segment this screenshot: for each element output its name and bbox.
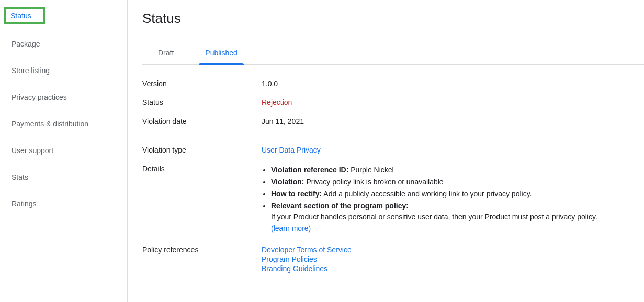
tab-published[interactable]: Published [189, 41, 253, 64]
row-details: Details Violation reference ID: Purple N… [142, 165, 644, 235]
sidebar-item-package[interactable]: Package [4, 33, 127, 54]
link-program-policies[interactable]: Program Policies [262, 255, 317, 263]
detail-section-label: Relevant section of the program policy: [271, 202, 409, 210]
label-violation-type: Violation type [142, 146, 262, 154]
page-title: Status [142, 10, 644, 27]
link-learn-more[interactable]: (learn more) [271, 224, 311, 233]
sidebar-item-label: Stats [12, 173, 28, 181]
sidebar-item-label: Privacy practices [12, 93, 67, 101]
label-version: Version [142, 79, 262, 88]
detail-ref-id-value: Purple Nickel [348, 166, 393, 174]
row-status: Status Rejection [142, 98, 644, 107]
detail-ref-id-label: Violation reference ID: [271, 166, 348, 174]
label-status: Status [142, 98, 262, 107]
value-policy-references: Developer Terms of Service Program Polic… [262, 246, 644, 274]
sidebar-item-label: User support [12, 146, 53, 155]
value-details: Violation reference ID: Purple Nickel Vi… [262, 165, 644, 235]
sidebar-item-label: Status [10, 11, 31, 20]
value-status: Rejection [262, 98, 644, 107]
label-details: Details [142, 165, 262, 173]
divider [262, 136, 634, 136]
link-branding-guidelines[interactable]: Branding Guidelines [262, 264, 327, 273]
sidebar: Status Package Store listing Privacy pra… [0, 0, 128, 302]
row-version: Version 1.0.0 [142, 79, 644, 88]
detail-ref-id: Violation reference ID: Purple Nickel [271, 165, 634, 176]
row-violation-date: Violation date Jun 11, 2021 [142, 117, 644, 125]
label-policy-references: Policy references [142, 246, 262, 254]
sidebar-item-stats[interactable]: Stats [4, 167, 127, 188]
link-developer-tos[interactable]: Developer Terms of Service [262, 246, 352, 254]
detail-violation-label: Violation: [271, 178, 304, 186]
sidebar-item-ratings[interactable]: Ratings [4, 193, 127, 214]
label-violation-date: Violation date [142, 117, 262, 125]
detail-violation: Violation: Privacy policy link is broken… [271, 177, 634, 188]
sidebar-item-privacy-practices[interactable]: Privacy practices [4, 87, 127, 108]
value-version: 1.0.0 [262, 79, 644, 88]
sidebar-item-label: Ratings [12, 200, 36, 208]
detail-rectify-label: How to rectify: [271, 190, 322, 198]
detail-rectify: How to rectify: Add a publicly accessibl… [271, 189, 634, 200]
sidebar-item-label: Payments & distribution [12, 120, 88, 128]
row-violation-type: Violation type User Data Privacy [142, 146, 644, 154]
detail-section: Relevant section of the program policy: … [271, 201, 634, 234]
tabs: Draft Published [142, 41, 644, 65]
sidebar-item-user-support[interactable]: User support [4, 140, 127, 161]
detail-section-value: If your Product handles personal or sens… [271, 212, 634, 223]
link-violation-type[interactable]: User Data Privacy [262, 146, 321, 154]
detail-rectify-value: Add a publicly accessible and working li… [322, 190, 532, 198]
sidebar-item-store-listing[interactable]: Store listing [4, 60, 127, 81]
sidebar-item-label: Store listing [12, 66, 50, 75]
sidebar-item-label: Package [12, 40, 40, 48]
sidebar-item-status[interactable]: Status [4, 7, 127, 24]
value-violation-date: Jun 11, 2021 [262, 117, 644, 125]
sidebar-item-payments-distribution[interactable]: Payments & distribution [4, 113, 127, 134]
detail-violation-value: Privacy policy link is broken or unavail… [304, 178, 444, 186]
tab-draft[interactable]: Draft [142, 41, 189, 64]
main-content: Status Draft Published Version 1.0.0 Sta… [128, 0, 644, 302]
row-policy-references: Policy references Developer Terms of Ser… [142, 246, 644, 274]
